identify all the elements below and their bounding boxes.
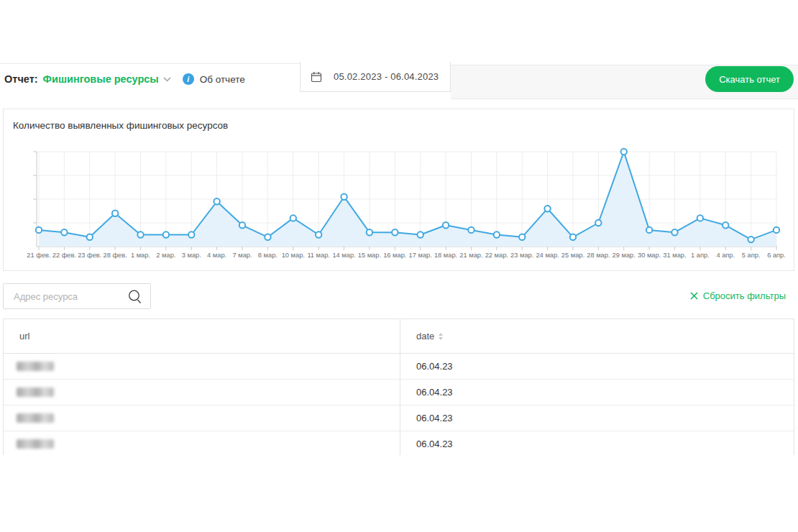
blurred-url xyxy=(17,439,54,449)
svg-text:16 мар.: 16 мар. xyxy=(383,252,406,259)
svg-text:31 мар.: 31 мар. xyxy=(663,252,686,259)
svg-text:23 фев.: 23 фев. xyxy=(78,252,101,259)
column-header-date-label: date xyxy=(416,331,434,341)
table-row[interactable]: 06.04.23 xyxy=(4,405,794,431)
sort-icon xyxy=(439,333,443,340)
table-row[interactable]: 06.04.23 xyxy=(4,354,794,380)
phishing-count-chart: 21 фев.22 фев.23 фев.28 фев.1 мар.2 мар.… xyxy=(4,109,794,270)
results-table: url date 06.04.2306.04.2306.04.2306.04.2… xyxy=(3,318,794,455)
svg-text:11 мар.: 11 мар. xyxy=(307,252,330,259)
chart-card: 21 фев.22 фев.23 фев.28 фев.1 мар.2 мар.… xyxy=(3,109,794,271)
svg-text:22 фев.: 22 фев. xyxy=(52,252,76,259)
row-url-cell xyxy=(4,354,400,379)
blurred-url xyxy=(17,413,54,423)
svg-text:17 мар.: 17 мар. xyxy=(409,252,432,259)
search-icon[interactable] xyxy=(127,289,143,305)
report-type-dropdown[interactable]: Фишинговые ресурсы xyxy=(43,73,171,85)
svg-text:2 мар.: 2 мар. xyxy=(156,252,175,259)
page: Отчет: Фишинговые ресурсы i Об отчете 05… xyxy=(0,0,798,532)
reset-filters-label: Сбросить фильтры xyxy=(703,290,786,301)
svg-text:29 мар.: 29 мар. xyxy=(613,252,636,259)
svg-text:3 мар.: 3 мар. xyxy=(182,252,201,259)
svg-text:25 мар.: 25 мар. xyxy=(561,252,584,259)
svg-text:22 мар.: 22 мар. xyxy=(485,252,508,259)
svg-text:8 мар.: 8 мар. xyxy=(258,252,278,259)
svg-text:6 апр.: 6 апр. xyxy=(767,252,786,259)
blurred-url xyxy=(17,387,54,397)
about-report-label: Об отчете xyxy=(200,74,245,85)
row-date-cell: 06.04.23 xyxy=(400,405,794,431)
column-header-date[interactable]: date xyxy=(400,319,794,353)
svg-text:10 мар.: 10 мар. xyxy=(282,252,305,259)
blurred-url xyxy=(17,362,54,371)
svg-text:14 мар.: 14 мар. xyxy=(332,252,355,259)
close-icon xyxy=(690,292,698,300)
svg-text:5 апр.: 5 апр. xyxy=(742,252,761,259)
about-report-link[interactable]: i Об отчете xyxy=(183,73,245,85)
report-label: Отчет: xyxy=(4,73,38,85)
svg-text:1 мар.: 1 мар. xyxy=(131,252,150,259)
date-range-value: 05.02.2023 - 06.04.2023 xyxy=(334,71,439,82)
svg-text:28 фев.: 28 фев. xyxy=(104,252,127,259)
row-url-cell xyxy=(4,405,400,431)
svg-text:18 мар.: 18 мар. xyxy=(434,252,457,259)
date-range-picker[interactable]: 05.02.2023 - 06.04.2023 xyxy=(300,62,451,92)
chevron-down-icon xyxy=(163,77,171,82)
row-url-cell xyxy=(4,431,400,455)
svg-text:21 мар.: 21 мар. xyxy=(459,252,482,259)
svg-text:21 фев.: 21 фев. xyxy=(27,252,50,259)
download-report-button[interactable]: Скачать отчет xyxy=(705,66,794,92)
topbar-divider-left xyxy=(0,63,300,64)
reset-filters-link[interactable]: Сбросить фильтры xyxy=(690,290,786,301)
calendar-icon xyxy=(311,71,322,83)
column-header-url: url xyxy=(4,319,400,353)
table-body: 06.04.2306.04.2306.04.2306.04.23 xyxy=(4,354,794,455)
row-date-cell: 06.04.23 xyxy=(400,380,794,405)
svg-text:4 апр.: 4 апр. xyxy=(716,252,735,259)
svg-text:23 мар.: 23 мар. xyxy=(510,252,533,259)
table-row[interactable]: 06.04.23 xyxy=(4,380,794,405)
svg-text:28 мар.: 28 мар. xyxy=(587,252,610,259)
table-row[interactable]: 06.04.23 xyxy=(4,431,794,455)
report-type-value: Фишинговые ресурсы xyxy=(43,73,159,85)
svg-text:7 мар.: 7 мар. xyxy=(232,252,252,259)
resource-search-box xyxy=(3,283,151,309)
info-icon: i xyxy=(183,73,194,85)
svg-text:15 мар.: 15 мар. xyxy=(358,252,381,259)
svg-text:30 мар.: 30 мар. xyxy=(638,252,661,259)
table-header: url date xyxy=(4,319,794,354)
chart-title: Количество выявленных фишинговых ресурсо… xyxy=(13,120,228,131)
svg-text:4 мар.: 4 мар. xyxy=(207,252,226,259)
row-url-cell xyxy=(4,380,400,405)
svg-text:1 апр.: 1 апр. xyxy=(691,252,710,259)
row-date-cell: 06.04.23 xyxy=(400,431,794,455)
report-toolbar: Отчет: Фишинговые ресурсы i Об отчете xyxy=(4,69,245,89)
svg-text:24 мар.: 24 мар. xyxy=(536,252,559,259)
row-date-cell: 06.04.23 xyxy=(400,354,794,379)
